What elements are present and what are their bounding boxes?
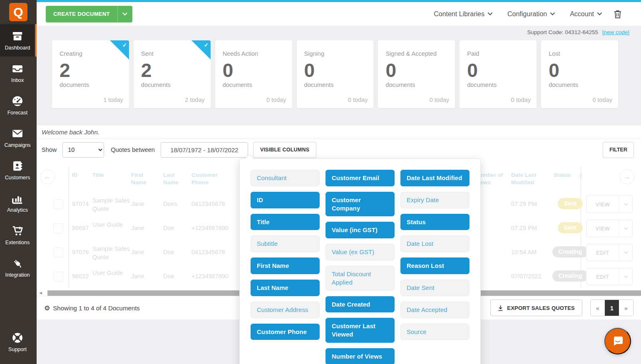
row-action-button[interactable]: VIEW [586,196,633,213]
page-size-select[interactable]: 10 [62,142,104,158]
scrollbar-left-arrow-icon[interactable]: ◀ [39,291,42,295]
stat-card-signing[interactable]: Signing 0 documents 0 today [297,40,374,108]
column-header-date-last-modified[interactable]: Date Last Modified [511,171,552,186]
column-toggle-consultant[interactable]: Consultant [251,170,320,186]
nav-configuration[interactable]: Configuration [507,10,555,18]
column-header-last-name[interactable]: Last Name [163,171,184,186]
column-toggle-total-discount-applied[interactable]: Total Discount Applied [325,266,395,291]
chevron-down-icon[interactable] [619,268,632,285]
filter-button[interactable]: FILTER [603,142,634,158]
visible-columns-button[interactable]: VISIBLE COLUMNS [253,142,316,158]
stat-count: 0 [467,59,530,82]
column-toggle-first-name[interactable]: First Name [251,258,320,274]
chevron-down-icon[interactable] [619,196,632,213]
cell-last-name: Doe [163,248,174,257]
sidebar-item-inbox[interactable]: Inbox [0,57,37,89]
column-header-id[interactable]: ID [72,171,78,179]
column-toggle-last-name[interactable]: Last Name [251,280,320,296]
date-range-input[interactable] [161,142,248,158]
status-badge: Creating [552,246,589,258]
nav-content-libraries[interactable]: Content Libraries [434,10,492,18]
sidebar-item-integration[interactable]: Integration [0,251,37,284]
app-logo[interactable]: Q [0,0,37,24]
chevron-down-icon[interactable] [117,6,132,22]
quotes-between-label: Quotes between [111,146,155,153]
column-toggle-date-created[interactable]: Date Created [325,296,395,313]
stat-card-paid[interactable]: Paid 0 documents 0 today [460,40,537,108]
column-header-first-name[interactable]: First Name [131,171,154,186]
scroll-columns-right-button[interactable]: → [619,169,634,184]
trash-icon[interactable] [614,10,622,19]
sidebar-item-analytics[interactable]: Analytics [0,186,37,219]
column-toggle-value-inc-gst[interactable]: Value (inc GST) [325,222,395,238]
column-toggle-expiry-date[interactable]: Expiry Date [400,192,470,208]
column-toggle-title[interactable]: Title [251,214,320,230]
column-toggle-customer-phone[interactable]: Customer Phone [251,324,320,340]
scroll-columns-left-button[interactable]: ← [40,169,55,184]
stat-card-sent[interactable]: ✓ Sent 2 documents 2 today [134,40,211,108]
pagination-current-page[interactable]: 1 [605,300,619,316]
column-toggle-subtitle[interactable]: Subtitle [251,235,320,252]
nav-label: Account [570,10,594,18]
row-checkbox[interactable] [53,199,63,209]
cell-title: Sample Sales Quote [92,197,132,213]
create-document-button[interactable]: CREATE DOCUMENT [46,6,132,22]
row-checkbox[interactable] [53,272,63,282]
column-toggle-date-last-modified[interactable]: Date Last Modified [400,170,470,186]
row-action-button[interactable]: EDIT [586,268,633,285]
column-header-status[interactable]: Status [554,171,571,179]
nav-account[interactable]: Account [570,10,602,18]
cell-first-name: Jane [131,200,144,208]
sort-az-icon[interactable]: ↑AZ [577,173,582,179]
cell-customer-phone: +1234567890 [191,224,229,233]
column-toggle-source[interactable]: Source [400,324,470,340]
topbar: CREATE DOCUMENT Content Libraries Config… [37,0,641,26]
sidebar-item-customers[interactable]: Customers [0,154,37,186]
column-toggle-reason-lost[interactable]: Reason Lost [400,258,470,274]
gear-icon[interactable]: ⚙ [44,304,50,312]
sidebar-item-support[interactable]: Support [0,326,37,358]
cell-first-name: Jane [131,248,144,257]
chevron-down-icon[interactable] [619,244,632,261]
row-action-button[interactable]: VIEW [586,220,633,237]
row-action-button[interactable]: EDIT [586,244,633,261]
sidebar-item-extentions[interactable]: Extentions [0,219,37,251]
stat-count: 2 [141,59,204,82]
sidebar-item-dashboard[interactable]: Dashboard [0,24,37,57]
new-code-link[interactable]: [new code] [602,29,629,35]
stat-card-lost[interactable]: Lost 0 documents 0 today [541,40,618,108]
column-toggle-date-accepted[interactable]: Date Accepted [400,302,470,318]
stat-card-needs-action[interactable]: Needs Action 0 documents 0 today [215,40,292,108]
column-toggle-customer-last-viewed[interactable]: Customer Last Viewed [325,318,395,343]
export-sales-quotes-button[interactable]: EXPORT SALES QUOTES [490,300,582,316]
column-header-title[interactable]: Title [92,171,104,179]
column-toggle-number-of-views[interactable]: Number of Views [325,348,395,364]
pagination-next-button[interactable]: » [619,300,633,316]
sidebar-item-campaigns[interactable]: Campaigns [0,121,37,154]
stat-card-signed-accepted[interactable]: Signed & Accepted 0 documents 0 today [378,40,455,108]
chevron-down-icon[interactable] [619,220,632,237]
stat-unit: documents [385,82,448,88]
cell-date-last-modified: 07:29 PM [511,200,537,208]
column-toggle-customer-address[interactable]: Customer Address [251,302,320,318]
column-toggle-value-ex-gst[interactable]: Value (ex GST) [325,244,395,260]
column-toggle-status[interactable]: Status [400,214,470,230]
column-header-customer-phone[interactable]: Customer Phone [191,171,230,186]
column-toggle-id[interactable]: ID [251,192,320,208]
stat-label: Paid [467,50,530,57]
stat-count: 2 [60,59,122,82]
stat-card-creating[interactable]: ✓ Creating 2 documents 1 today [52,40,129,108]
sidebar-item-forecast[interactable]: Forecast [0,89,37,121]
column-toggle-date-sent[interactable]: Date Sent [400,280,470,296]
popover-column-3: Date Last Modified Expiry Date Status Da… [400,170,470,345]
column-toggle-customer-email[interactable]: Customer Email [325,170,395,186]
column-toggle-customer-company[interactable]: Customer Company [325,192,395,217]
cell-first-name: Jane [131,224,144,233]
row-checkbox[interactable] [53,248,63,258]
welcome-message: Welcome back John. [37,126,641,139]
pagination-prev-button[interactable]: « [591,300,605,316]
chat-launcher-button[interactable] [604,328,631,354]
column-toggle-date-lost[interactable]: Date Lost [400,235,470,252]
row-checkbox[interactable] [53,223,63,233]
action-label: EDIT [586,268,619,285]
